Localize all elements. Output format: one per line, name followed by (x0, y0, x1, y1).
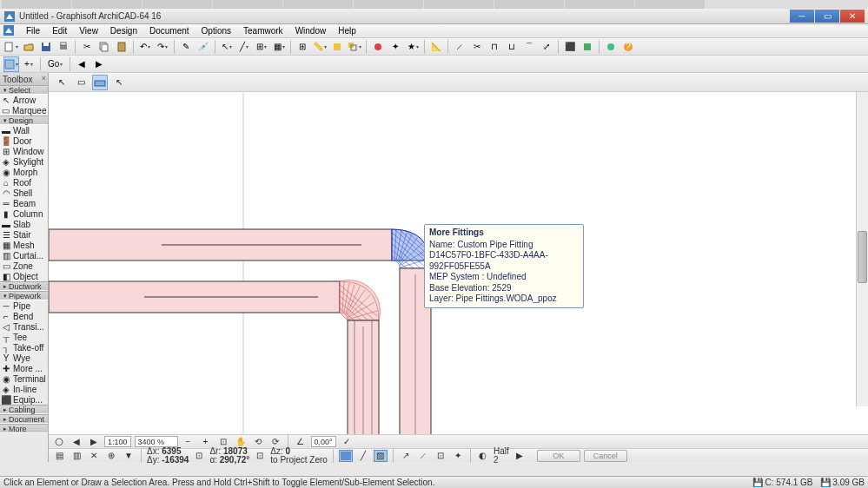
view-fwd-button[interactable]: ▶ (91, 56, 107, 72)
help-button[interactable]: ? (620, 39, 636, 55)
nav-fwd-button[interactable]: ▶ (87, 436, 101, 448)
tool-more-fittings[interactable]: ✚More ... (0, 363, 48, 373)
redo-button[interactable]: ↷ (155, 39, 170, 55)
view-back-button[interactable]: ◀ (74, 56, 89, 72)
mode-btn-1[interactable] (339, 450, 353, 462)
trim-button[interactable]: ⟋ (452, 39, 467, 55)
menu-file[interactable]: File (21, 25, 45, 36)
arrow-mode-button[interactable] (3, 56, 19, 72)
tool-slab[interactable]: ▬Slab (0, 219, 48, 229)
grid-toggle-button[interactable]: ⊞ (295, 39, 310, 55)
toolbox-section-design[interactable]: Design (0, 115, 48, 125)
pick-button[interactable]: ✎ (178, 39, 194, 55)
edit-btn-2[interactable]: ⟋ (416, 450, 430, 462)
grid-snap-button[interactable]: ▦ (271, 39, 287, 55)
solid-ops-button[interactable]: ⬛ (562, 39, 578, 55)
seg-next-button[interactable]: ▶ (513, 450, 527, 462)
cursor-snap-button[interactable]: ↖ (219, 39, 235, 55)
menu-help[interactable]: Help (333, 25, 361, 36)
syringe-button[interactable]: 💉 (195, 39, 211, 55)
layer-combo-button[interactable]: ▤ (52, 450, 66, 462)
tool-tee[interactable]: ┬Tee (0, 332, 48, 342)
tool-inline[interactable]: ◈In-line (0, 384, 48, 394)
tool-roof[interactable]: ⌂Roof (0, 177, 48, 188)
mode-btn-3[interactable]: ▨ (374, 450, 388, 462)
suspend-button[interactable] (370, 39, 386, 55)
ruler-button[interactable]: 📏 (312, 39, 328, 55)
tool-beam[interactable]: ═Beam (0, 198, 48, 208)
resize-button[interactable]: ⤢ (539, 39, 554, 55)
guide-button[interactable]: ╱ (236, 39, 252, 55)
favorites-button[interactable]: ★ (405, 39, 421, 55)
tool-window[interactable]: ⊞Window (0, 146, 48, 156)
tool-wye[interactable]: YWye (0, 353, 48, 363)
new-button[interactable] (3, 39, 19, 55)
menu-teamwork[interactable]: Teamwork (238, 25, 288, 36)
tool-marquee[interactable]: ▭Marquee (0, 105, 48, 115)
fillet-button[interactable]: ⌒ (521, 39, 537, 55)
snap-button[interactable]: ⊞ (254, 39, 269, 55)
toolbox-close-icon[interactable]: × (42, 74, 46, 82)
toolbox-section-cabling[interactable]: Cabling (0, 405, 48, 414)
tool-bend[interactable]: ⌐Bend (0, 311, 48, 321)
tool-terminal[interactable]: ◉Terminal (0, 373, 48, 384)
toolbox-section-more[interactable]: More (0, 424, 48, 433)
infobox-geometry1-button[interactable]: ▭ (73, 75, 89, 90)
adjust-button[interactable]: ⊓ (487, 39, 502, 55)
open-button[interactable] (21, 39, 36, 55)
tool-takeoff[interactable]: ┐Take-off (0, 342, 48, 353)
angle-button[interactable]: ∠ (294, 436, 308, 448)
tool-morph[interactable]: ◉Morph (0, 167, 48, 177)
tool-curtain[interactable]: ▥Curtai... (0, 250, 48, 260)
nav-back-button[interactable]: ◀ (70, 436, 83, 448)
zoom-prev-button[interactable]: ⟲ (251, 436, 265, 448)
ok-button[interactable]: OK (537, 450, 580, 462)
tool-zone[interactable]: ▭Zone (0, 260, 48, 271)
tool-wall[interactable]: ▬Wall (0, 125, 48, 135)
trace-ref-button[interactable] (347, 39, 362, 55)
measure-button[interactable]: 📐 (428, 39, 444, 55)
print-button[interactable] (56, 39, 71, 55)
drawing-canvas[interactable]: More Fittings Name: Custom Pipe Fitting … (49, 92, 868, 434)
cancel-button[interactable]: Cancel (584, 450, 627, 462)
toolbox-section-pipework[interactable]: Pipework (0, 291, 48, 300)
angle-field[interactable]: 0,00° (311, 436, 336, 447)
angle-toggle-button[interactable]: ✓ (340, 436, 354, 448)
infobox-geometry2-button[interactable] (92, 75, 108, 90)
scrollbar-thumb[interactable] (858, 231, 867, 283)
menu-edit[interactable]: Edit (47, 25, 72, 36)
tool-equipment[interactable]: ⬛Equip... (0, 394, 48, 405)
menu-options[interactable]: Options (196, 25, 236, 36)
xy-lock-button[interactable]: ⊡ (192, 450, 206, 462)
mode-btn-2[interactable]: ╱ (356, 450, 370, 462)
intersect-button[interactable]: ⊔ (504, 39, 520, 55)
toolbox-section-document[interactable]: Document (0, 414, 48, 424)
save-button[interactable] (38, 39, 54, 55)
infobox-arrow-button[interactable]: ↖ (111, 75, 127, 90)
copy-button[interactable] (96, 39, 112, 55)
pipe-fitting-red[interactable] (340, 280, 381, 320)
toolbox-header[interactable]: Toolbox × (0, 73, 48, 85)
energy-button[interactable] (603, 39, 619, 55)
tool-shell[interactable]: ◠Shell (0, 188, 48, 198)
scale-field[interactable]: 1:100 (104, 436, 131, 447)
tool-stair[interactable]: ☰Stair (0, 229, 48, 240)
tool-pipe[interactable]: ─Pipe (0, 300, 48, 311)
mep-route-button[interactable] (580, 39, 595, 55)
gravity-button[interactable]: ▼ (122, 450, 136, 462)
close-button[interactable]: ✕ (840, 10, 865, 23)
tool-skylight[interactable]: ◈Skylight (0, 156, 48, 167)
cut-button[interactable]: ✂ (79, 39, 95, 55)
infobox-pointer-button[interactable]: ↖ (54, 75, 70, 90)
go-button[interactable]: Go (44, 56, 66, 72)
minimize-button[interactable]: ─ (790, 10, 814, 23)
menu-design[interactable]: Design (105, 25, 142, 36)
toolbox-section-select[interactable]: Select (0, 85, 48, 95)
trace-button[interactable] (329, 39, 345, 55)
menu-view[interactable]: View (74, 25, 103, 36)
maximize-button[interactable]: ▭ (815, 10, 839, 23)
tool-mesh[interactable]: ▦Mesh (0, 240, 48, 250)
zoom-out-button[interactable]: − (182, 436, 195, 448)
split-button[interactable]: ✂ (469, 39, 485, 55)
magic-wand-button[interactable]: ✦ (388, 39, 403, 55)
